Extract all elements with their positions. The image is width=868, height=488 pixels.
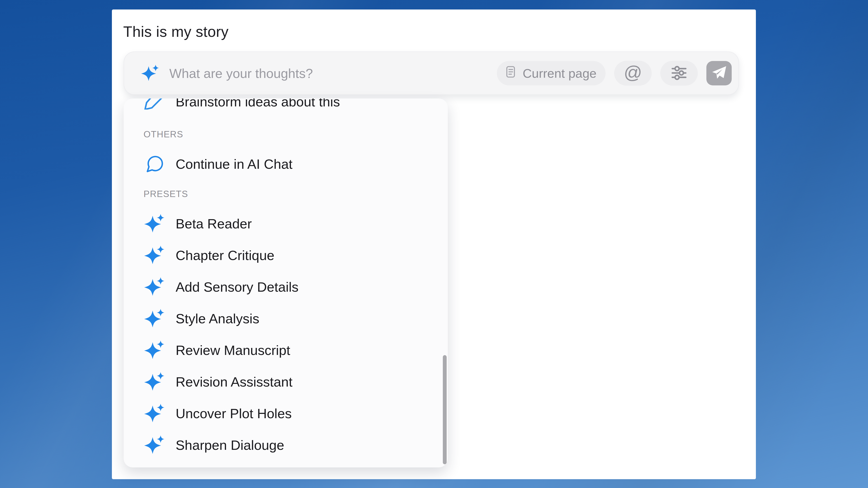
document-page: This is my story Current page @ bbox=[112, 9, 756, 479]
menu-item-continue-in-ai-chat[interactable]: Continue in AI Chat bbox=[124, 148, 448, 180]
menu-item-label: Uncover Plot Holes bbox=[176, 406, 292, 421]
mention-button[interactable]: @ bbox=[614, 61, 652, 86]
paper-plane-icon bbox=[711, 65, 727, 82]
menu-item-label: Add Sensory Details bbox=[176, 279, 299, 295]
sparkles-icon bbox=[144, 434, 166, 456]
menu-item-chapter-critique[interactable]: Chapter Critique bbox=[124, 239, 448, 271]
menu-item-label: Beta Reader bbox=[176, 216, 252, 232]
chat-bubble-icon bbox=[144, 153, 166, 175]
ai-composer-bar: Current page @ bbox=[124, 52, 739, 95]
menu-item-label: Brainstorm ideas about this bbox=[176, 98, 340, 109]
menu-item-label: Chapter Critique bbox=[176, 248, 274, 263]
menu-item-label: Revision Assisstant bbox=[176, 374, 292, 390]
page-icon bbox=[504, 65, 518, 82]
send-button[interactable] bbox=[706, 61, 732, 86]
ai-prompt-input[interactable] bbox=[169, 66, 488, 81]
desktop-background: { "colors": { "accent_blue": "#2287e8", … bbox=[0, 0, 868, 488]
dropdown-scrollbar[interactable] bbox=[443, 355, 447, 464]
menu-section-header-others: OTHERS bbox=[124, 120, 448, 148]
ai-actions-dropdown: Brainstorm ideas about thisOTHERSContinu… bbox=[124, 98, 448, 467]
sparkles-icon bbox=[144, 339, 166, 361]
menu-item-uncover-plot-holes[interactable]: Uncover Plot Holes bbox=[124, 398, 448, 429]
sparkles-icon bbox=[144, 244, 166, 267]
menu-item-brainstorm-ideas-about-this[interactable]: Brainstorm ideas about this bbox=[124, 98, 448, 120]
menu-item-label: Sharpen Dialouge bbox=[176, 437, 284, 453]
sparkles-icon bbox=[144, 402, 166, 425]
menu-section-header-presets: PRESETS bbox=[124, 180, 448, 208]
sparkles-icon bbox=[144, 275, 166, 298]
at-icon: @ bbox=[624, 64, 642, 82]
menu-item-add-sensory-details[interactable]: Add Sensory Details bbox=[124, 271, 448, 303]
menu-item-style-analysis[interactable]: Style Analysis bbox=[124, 303, 448, 334]
menu-item-label: Continue in AI Chat bbox=[176, 156, 292, 172]
settings-button[interactable] bbox=[660, 61, 698, 86]
menu-item-label: Style Analysis bbox=[176, 311, 259, 326]
context-chip-label: Current page bbox=[523, 66, 596, 80]
dropdown-scroll-area: Brainstorm ideas about thisOTHERSContinu… bbox=[124, 98, 448, 461]
menu-item-beta-reader[interactable]: Beta Reader bbox=[124, 208, 448, 239]
sparkles-icon bbox=[144, 370, 166, 393]
menu-item-review-manuscript[interactable]: Review Manuscript bbox=[124, 334, 448, 366]
menu-item-label: Review Manuscript bbox=[176, 343, 290, 358]
document-title: This is my story bbox=[123, 22, 228, 41]
sparkles-icon bbox=[141, 64, 160, 83]
menu-item-sharpen-dialouge[interactable]: Sharpen Dialouge bbox=[124, 429, 448, 461]
sparkles-icon bbox=[144, 213, 166, 235]
sparkles-icon bbox=[144, 307, 166, 330]
pencil-icon bbox=[144, 98, 166, 113]
composer-actions: Current page @ bbox=[497, 61, 732, 86]
menu-item-revision-assisstant[interactable]: Revision Assisstant bbox=[124, 366, 448, 398]
context-current-page-button[interactable]: Current page bbox=[497, 61, 606, 86]
sliders-icon bbox=[670, 64, 688, 83]
